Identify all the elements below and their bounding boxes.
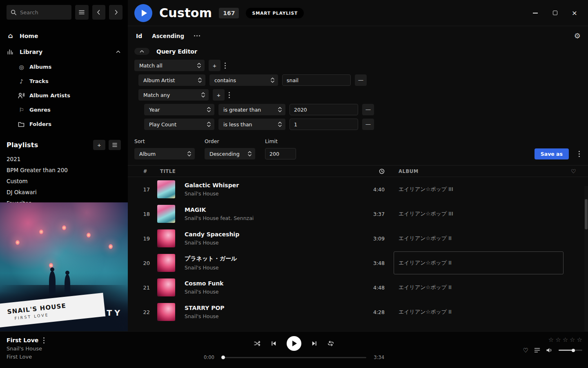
- star-icon[interactable]: ☆: [570, 337, 575, 343]
- limit-input[interactable]: [265, 148, 296, 159]
- save-as-button[interactable]: Save as: [535, 148, 569, 159]
- close-button[interactable]: ×: [571, 9, 578, 17]
- now-playing-artist: Snail's House: [7, 346, 45, 352]
- rule-field-select[interactable]: Play Count: [144, 119, 214, 130]
- track-duration: 4:28: [365, 309, 394, 315]
- search-input[interactable]: [20, 9, 67, 16]
- table-row[interactable]: 22 STARRY POP Snail's House 4:28 エイリアン☆ポ…: [128, 300, 588, 324]
- add-rule-button[interactable]: +: [213, 89, 225, 101]
- volume-button[interactable]: [546, 347, 553, 353]
- rule-value-input[interactable]: [290, 104, 358, 115]
- table-row[interactable]: 17 Galactic Whisper Snail's House 4:40 エ…: [128, 177, 588, 202]
- sidebar-item-genres[interactable]: ⚐ Genres: [0, 103, 128, 117]
- back-button[interactable]: [92, 5, 106, 20]
- rule-operator-select[interactable]: is less than: [218, 119, 285, 130]
- minimize-button[interactable]: [532, 9, 539, 17]
- track-artist: Snail's House: [185, 289, 365, 295]
- column-title[interactable]: TITLE: [154, 168, 365, 174]
- column-favorite[interactable]: ♡: [569, 168, 588, 175]
- seek-handle[interactable]: [221, 356, 225, 359]
- player-bar: First Love Snail's House First Love: [0, 331, 588, 368]
- query-menu-button[interactable]: [579, 151, 580, 157]
- sidebar-item-library[interactable]: Library: [0, 44, 128, 60]
- page-title: Custom: [159, 6, 212, 20]
- playlist-list-button[interactable]: [109, 140, 121, 150]
- favorite-button[interactable]: ♡: [523, 347, 528, 353]
- forward-button[interactable]: [109, 5, 122, 20]
- column-duration[interactable]: [365, 168, 394, 174]
- sort-select[interactable]: Album: [134, 148, 195, 159]
- track-menu-button[interactable]: [43, 337, 45, 343]
- remove-rule-button[interactable]: —: [362, 119, 374, 130]
- sidebar-item-folders[interactable]: Folders: [0, 117, 128, 131]
- table-header: # TITLE ALBUM ♡: [128, 165, 588, 177]
- seek-slider[interactable]: [222, 357, 366, 358]
- star-icon[interactable]: ☆: [548, 337, 554, 343]
- sidebar-item-album-artists[interactable]: Album Artists: [0, 88, 128, 103]
- volume-slider[interactable]: [559, 350, 582, 351]
- chevron-up-icon: [116, 50, 120, 53]
- track-artist: Snail's House: [185, 191, 365, 197]
- group-menu-button[interactable]: [225, 63, 226, 69]
- next-button[interactable]: [311, 340, 317, 347]
- group-menu-button[interactable]: [229, 92, 230, 98]
- rule-value-input[interactable]: [282, 74, 351, 86]
- match-mode-select[interactable]: Match all: [134, 60, 205, 71]
- remove-rule-button[interactable]: —: [362, 104, 374, 115]
- column-number[interactable]: #: [128, 168, 154, 174]
- track-album-focused[interactable]: エイリアン☆ポップ II: [394, 259, 569, 267]
- star-icon[interactable]: ☆: [563, 337, 568, 343]
- more-options-button[interactable]: [194, 35, 200, 36]
- table-row[interactable]: 18 MAGIK Snail's House feat. Sennzai 3:3…: [128, 202, 588, 226]
- table-row[interactable]: 20 プラネット・ガール Snail's House 3:48 エイリアン☆ポッ…: [128, 251, 588, 275]
- table-row[interactable]: 19 Candy Spaceship Snail's House 3:09 エイ…: [128, 226, 588, 251]
- volume-handle[interactable]: [572, 349, 575, 352]
- play-pause-button[interactable]: [287, 336, 301, 351]
- collapse-query-button[interactable]: [134, 48, 149, 55]
- gear-icon[interactable]: ⚙: [574, 31, 581, 40]
- sidebar-item-albums[interactable]: ◎ Albums: [0, 60, 128, 74]
- star-icon[interactable]: ☆: [555, 337, 561, 343]
- search-box[interactable]: [7, 5, 71, 20]
- sidebar-item-home[interactable]: ⌂ Home: [0, 28, 128, 44]
- rule-operator-select[interactable]: is greater than: [218, 104, 285, 115]
- rule-operator-select[interactable]: contains: [209, 74, 278, 86]
- sidebar-item-tracks[interactable]: ♪ Tracks: [0, 74, 128, 88]
- lantern-glow: [16, 240, 20, 245]
- rule-field-select[interactable]: Album Artist: [138, 74, 205, 86]
- rule-value-input[interactable]: [290, 119, 358, 130]
- track-art-thumbnail: [157, 278, 175, 296]
- star-icon[interactable]: ☆: [577, 337, 582, 343]
- match-mode-select[interactable]: Match any: [138, 89, 209, 101]
- order-select[interactable]: Descending: [205, 148, 255, 159]
- chevron-right-icon: [113, 9, 119, 16]
- previous-button[interactable]: [271, 340, 277, 347]
- lantern-glow: [109, 244, 113, 249]
- sort-field-button[interactable]: Id: [136, 33, 142, 39]
- tracks-icon: ♪: [18, 79, 25, 84]
- playlist-item[interactable]: 2021: [0, 154, 128, 165]
- rule-field-select[interactable]: Year: [144, 104, 214, 115]
- order-label: Order: [205, 138, 255, 144]
- playlist-item[interactable]: BPM Greater than 200: [0, 165, 128, 176]
- add-rule-button[interactable]: +: [209, 60, 220, 71]
- select-caret-icon: [278, 121, 282, 127]
- maximize-button[interactable]: [551, 9, 559, 17]
- track-art-thumbnail: [157, 180, 175, 198]
- column-album[interactable]: ALBUM: [394, 168, 569, 174]
- sort-label: Sort: [134, 138, 195, 144]
- playlist-item[interactable]: DJ Okawari: [0, 187, 128, 198]
- track-album: エイリアン☆ポップ III: [394, 210, 569, 218]
- queue-button[interactable]: [534, 348, 540, 353]
- scrollbar-thumb[interactable]: [585, 199, 588, 229]
- add-playlist-button[interactable]: +: [93, 140, 105, 150]
- shuffle-button[interactable]: [254, 340, 261, 347]
- sort-direction-button[interactable]: Ascending: [152, 33, 184, 39]
- menu-button[interactable]: [75, 5, 89, 20]
- play-playlist-button[interactable]: [134, 4, 152, 22]
- table-row[interactable]: 21 Cosmo Funk Snail's House 4:48 エイリアン☆ポ…: [128, 275, 588, 300]
- remove-rule-button[interactable]: —: [355, 74, 367, 86]
- playlist-item[interactable]: Custom: [0, 176, 128, 187]
- repeat-button[interactable]: [327, 340, 334, 347]
- track-artist: Snail's House: [185, 240, 365, 246]
